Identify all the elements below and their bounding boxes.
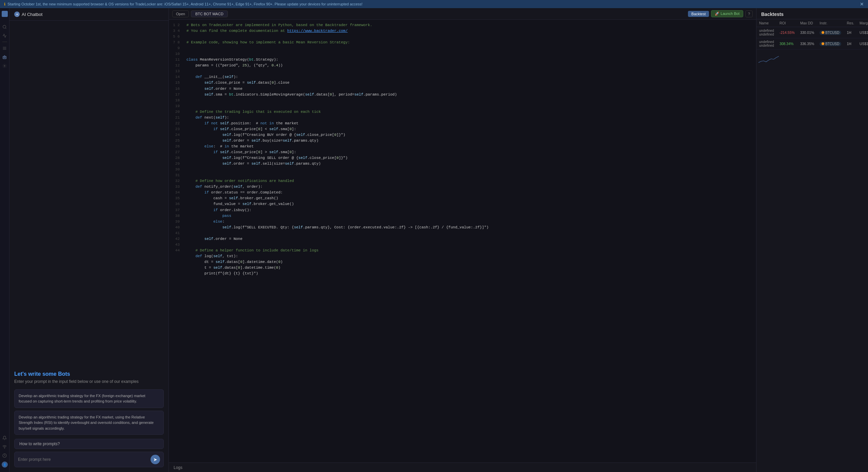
- close-icon[interactable]: ✕: [860, 1, 864, 7]
- write-prompts-button[interactable]: How to write prompts?: [14, 439, 164, 449]
- code-area[interactable]: # Bots on TradeLocker are implemented in…: [182, 20, 756, 463]
- sidebar-item-bot[interactable]: [2, 54, 7, 60]
- col-roi: ROI: [777, 19, 797, 27]
- notification-bar: ℹ Starting October 1st, the new minimum …: [0, 0, 868, 8]
- svg-point-5: [4, 57, 4, 58]
- sidebar-item-bell[interactable]: [2, 435, 7, 440]
- notification-icon: ℹ: [4, 2, 5, 6]
- backtests-table: Name ROI Max DD Instr. Res. Margin Actio…: [756, 19, 868, 472]
- line-numbers: 1 2 3 4 5 6 7 8 9 10 11 12 13 14 15 16 1…: [169, 20, 182, 463]
- cell-maxdd: 330.01%: [797, 27, 817, 38]
- cell-resolution: 1H: [844, 38, 857, 49]
- cell-margin: US$1,000.00: [857, 38, 868, 49]
- sidebar-item-list[interactable]: [2, 45, 7, 51]
- backtest-button[interactable]: Backtest: [688, 11, 709, 17]
- editor-area: Open BTC BOT MACD Backtest 🚀 Launch Bot …: [169, 8, 756, 472]
- cell-instrument: BTCUSD: [817, 27, 844, 38]
- chatbot-title: AI Chatbot: [22, 12, 42, 17]
- sidebar-item-user[interactable]: 👤: [2, 461, 8, 468]
- open-button[interactable]: Open: [172, 11, 189, 17]
- launch-button[interactable]: 🚀 Launch Bot: [711, 10, 743, 17]
- svg-point-0: [3, 25, 6, 28]
- chatbot-icon: ✦: [14, 12, 20, 17]
- logo[interactable]: [2, 11, 8, 17]
- sidebar-item-wifi[interactable]: [2, 444, 7, 449]
- logs-bar[interactable]: Logs: [169, 463, 756, 472]
- chatbot-prompt-section: Let's write some Bots Enter your prompt …: [14, 371, 164, 384]
- sidebar-item-search[interactable]: [2, 24, 7, 29]
- editor-toolbar: Open BTC BOT MACD Backtest 🚀 Launch Bot …: [169, 8, 756, 20]
- col-margin: Margin: [857, 19, 868, 27]
- svg-point-6: [5, 57, 5, 58]
- chatbot-input-area: ➤: [14, 452, 164, 467]
- svg-rect-4: [3, 56, 6, 59]
- col-name: Name: [756, 19, 777, 27]
- chatbot-send-button[interactable]: ➤: [151, 455, 160, 464]
- sidebar-item-settings[interactable]: [2, 63, 7, 68]
- editor-content: 1 2 3 4 5 6 7 8 9 10 11 12 13 14 15 16 1…: [169, 20, 756, 463]
- chatbot-prompt-subtitle: Enter your prompt in the input field bel…: [14, 379, 164, 384]
- sidebar-item-clock[interactable]: [2, 453, 7, 458]
- cell-resolution: 1H: [844, 27, 857, 38]
- table-row: undefinedundefined 308.34% 336.35% BTCUS…: [756, 38, 868, 49]
- cell-roi: -214.55%: [777, 27, 797, 38]
- chatbot-body: Let's write some Bots Enter your prompt …: [9, 21, 169, 472]
- chatbot-prompt-title: Let's write some Bots: [14, 371, 164, 377]
- cell-name: undefinedundefined: [756, 38, 777, 49]
- example-prompt-1[interactable]: Develop an algorithmic trading strategy …: [14, 389, 164, 408]
- chatbot-header: ✦ AI Chatbot: [9, 8, 169, 21]
- col-res: Res.: [844, 19, 857, 27]
- col-instr: Instr.: [817, 19, 844, 27]
- example-prompt-2[interactable]: Develop an algorithmic trading strategy …: [14, 411, 164, 435]
- sidebar: 👤: [0, 8, 9, 472]
- col-maxdd: Max DD: [797, 19, 817, 27]
- backtests-panel: Backtests Name ROI Max DD Instr. Res. Ma…: [756, 8, 868, 472]
- editor-tab[interactable]: BTC BOT MACD: [191, 11, 228, 17]
- cell-roi: 308.34%: [777, 38, 797, 49]
- cell-maxdd: 336.35%: [797, 38, 817, 49]
- cell-margin: US$1,000.00: [857, 27, 868, 38]
- preview-chart: [758, 53, 779, 65]
- svg-point-8: [4, 448, 5, 448]
- notification-text: Starting October 1st, the new minimum su…: [7, 2, 362, 6]
- help-button[interactable]: ?: [745, 11, 753, 17]
- table-row: undefinedundefined -214.55% 330.01% BTCU…: [756, 27, 868, 38]
- cell-name: undefinedundefined: [756, 27, 777, 38]
- backtests-title: Backtests: [756, 8, 868, 19]
- sidebar-divider: [2, 42, 7, 42]
- sidebar-item-chart[interactable]: [2, 33, 7, 38]
- logs-label: Logs: [174, 465, 182, 470]
- svg-point-7: [4, 65, 5, 66]
- chatbot-input[interactable]: [18, 457, 151, 462]
- chatbot-panel: ✦ AI Chatbot Let's write some Bots Enter…: [9, 8, 169, 472]
- cell-instrument: BTCUSD: [817, 38, 844, 49]
